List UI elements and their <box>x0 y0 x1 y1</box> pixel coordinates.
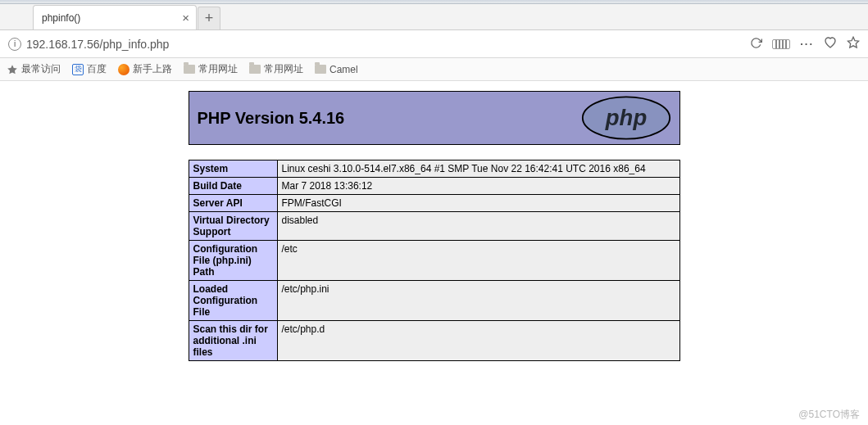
close-icon[interactable]: × <box>182 11 189 25</box>
bookmark-camel[interactable]: Camel <box>315 64 358 75</box>
baidu-icon: 袋 <box>72 64 84 75</box>
table-row: Build DateMar 7 2018 13:36:12 <box>189 178 679 195</box>
phpinfo-header: PHP Version 5.4.16 php <box>189 91 680 145</box>
pocket-icon[interactable] <box>824 36 837 52</box>
row-value: Mar 7 2018 13:36:12 <box>277 178 679 195</box>
firefox-icon <box>118 64 130 75</box>
svg-text:php: php <box>604 105 646 130</box>
bookmarks-bar: 最常访问 袋 百度 新手上路 常用网址 常用网址 Camel <box>0 58 868 81</box>
new-tab-button[interactable]: + <box>198 7 220 29</box>
page-content: PHP Version 5.4.16 php SystemLinux ceshi… <box>0 81 868 361</box>
row-key: Configuration File (php.ini) Path <box>189 241 277 281</box>
table-row: Configuration File (php.ini) Path/etc <box>189 241 679 281</box>
url-text: 192.168.17.56/php_info.php <box>26 38 169 51</box>
phpinfo-table: SystemLinux ceshi 3.10.0-514.el7.x86_64 … <box>189 160 680 361</box>
bookmark-label: Camel <box>329 64 358 75</box>
row-value: Linux ceshi 3.10.0-514.el7.x86_64 #1 SMP… <box>277 161 679 178</box>
address-bar-row: i 192.168.17.56/php_info.php ··· <box>0 30 868 58</box>
row-value: /etc <box>277 241 679 281</box>
reader-mode-icon[interactable] <box>772 39 790 49</box>
tab-title: phpinfo() <box>42 12 80 24</box>
row-key: Server API <box>189 195 277 212</box>
bookmark-label: 百度 <box>87 62 107 76</box>
url-display[interactable]: 192.168.17.56/php_info.php <box>26 38 750 51</box>
row-key: Scan this dir for additional .ini files <box>189 321 277 361</box>
bookmark-label: 常用网址 <box>264 62 303 76</box>
row-value: /etc/php.d <box>277 321 679 361</box>
phpinfo-container: PHP Version 5.4.16 php SystemLinux ceshi… <box>189 91 680 361</box>
row-value: disabled <box>277 212 679 241</box>
table-row: Virtual Directory Supportdisabled <box>189 212 679 241</box>
svg-marker-1 <box>7 65 17 74</box>
tab-active[interactable]: phpinfo() × <box>33 5 197 29</box>
row-key: Loaded Configuration File <box>189 281 277 321</box>
tab-strip: phpinfo() × + <box>0 4 868 30</box>
bookmark-common-2[interactable]: 常用网址 <box>249 62 303 76</box>
watermark: @51CTO博客 <box>798 408 860 422</box>
bookmark-label: 新手上路 <box>133 62 172 76</box>
table-row: Scan this dir for additional .ini files/… <box>189 321 679 361</box>
reload-icon[interactable] <box>750 37 762 52</box>
table-row: Loaded Configuration File/etc/php.ini <box>189 281 679 321</box>
table-row: SystemLinux ceshi 3.10.0-514.el7.x86_64 … <box>189 161 679 178</box>
row-key: Build Date <box>189 178 277 195</box>
star-list-icon <box>7 64 18 75</box>
php-logo-icon: php <box>581 95 671 141</box>
row-value: FPM/FastCGI <box>277 195 679 212</box>
svg-marker-0 <box>848 37 858 47</box>
page-title: PHP Version 5.4.16 <box>198 109 345 128</box>
bookmark-label: 最常访问 <box>21 62 61 76</box>
table-row: Server APIFPM/FastCGI <box>189 195 679 212</box>
row-key: System <box>189 161 277 178</box>
bookmark-most-visited[interactable]: 最常访问 <box>7 62 61 76</box>
folder-icon <box>315 65 326 74</box>
bookmark-newbie[interactable]: 新手上路 <box>118 62 172 76</box>
row-key: Virtual Directory Support <box>189 212 277 241</box>
bookmark-baidu[interactable]: 袋 百度 <box>72 62 107 76</box>
menu-icon[interactable]: ··· <box>800 38 814 50</box>
bookmark-common-1[interactable]: 常用网址 <box>184 62 238 76</box>
bookmark-label: 常用网址 <box>198 62 238 76</box>
folder-icon <box>249 65 261 74</box>
row-value: /etc/php.ini <box>277 281 679 321</box>
folder-icon <box>184 65 195 74</box>
star-icon[interactable] <box>847 36 860 52</box>
site-info-icon[interactable]: i <box>8 38 21 51</box>
address-bar-actions: ··· <box>750 36 860 52</box>
